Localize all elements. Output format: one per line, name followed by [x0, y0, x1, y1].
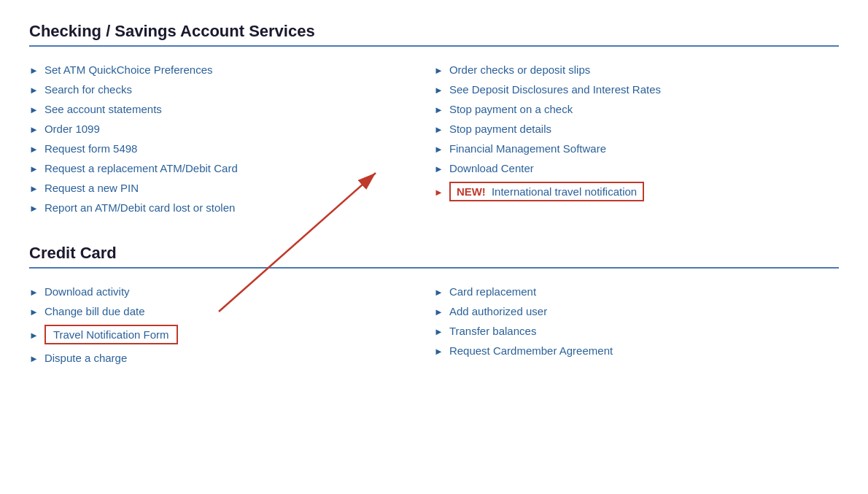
- link-new-pin[interactable]: Request a new PIN: [44, 182, 139, 194]
- bullet-icon: ►: [434, 287, 443, 298]
- travel-notification-highlight-box[interactable]: Travel Notification Form: [44, 325, 178, 344]
- checking-savings-grid: ► Set ATM QuickChoice Preferences ► Sear…: [29, 60, 839, 217]
- sidebar-item-account-statements[interactable]: ► See account statements: [29, 99, 434, 119]
- sidebar-item-report-lost[interactable]: ► Report an ATM/Debit card lost or stole…: [29, 198, 434, 217]
- bullet-icon: ►: [29, 144, 39, 155]
- link-atm-quickchoice[interactable]: Set ATM QuickChoice Preferences: [44, 63, 213, 76]
- link-order-1099[interactable]: Order 1099: [44, 123, 100, 135]
- credit-card-section: Credit Card ► Download activity ► Change…: [29, 244, 839, 368]
- checking-savings-section: Checking / Savings Account Services ► Se…: [29, 22, 839, 217]
- bullet-icon: ►: [29, 124, 39, 135]
- bullet-icon: ►: [29, 203, 39, 214]
- sidebar-item-download-center[interactable]: ► Download Center: [434, 158, 839, 178]
- link-stop-payment[interactable]: Stop payment on a check: [449, 103, 573, 115]
- link-search-checks[interactable]: Search for checks: [44, 83, 132, 96]
- link-deposit-disclosures[interactable]: See Deposit Disclosures and Interest Rat…: [449, 83, 661, 96]
- checking-savings-right-col: ► Order checks or deposit slips ► See De…: [434, 60, 839, 217]
- link-change-bill-due[interactable]: Change bill due date: [44, 305, 145, 317]
- bullet-icon: ►: [29, 104, 39, 115]
- link-report-lost[interactable]: Report an ATM/Debit card lost or stolen: [44, 201, 236, 214]
- link-dispute-charge[interactable]: Dispute a charge: [44, 352, 127, 364]
- bullet-icon: ►: [29, 330, 39, 341]
- link-stop-payment-details[interactable]: Stop payment details: [449, 123, 551, 135]
- checking-savings-title: Checking / Savings Account Services: [29, 22, 839, 47]
- link-replacement-atm[interactable]: Request a replacement ATM/Debit Card: [44, 162, 238, 174]
- sidebar-item-intl-travel[interactable]: ► NEW! International travel notification: [434, 178, 839, 205]
- link-financial-mgmt[interactable]: Financial Management Software: [449, 142, 606, 155]
- sidebar-item-request-form-5498[interactable]: ► Request form 5498: [29, 139, 434, 158]
- sidebar-item-replacement-atm[interactable]: ► Request a replacement ATM/Debit Card: [29, 158, 434, 178]
- bullet-icon: ►: [434, 187, 443, 198]
- bullet-icon: ►: [434, 163, 443, 174]
- credit-card-right-col: ► Card replacement ► Add authorized user…: [434, 282, 839, 368]
- link-transfer-balances[interactable]: Transfer balances: [449, 325, 537, 337]
- bullet-icon: ►: [434, 306, 443, 317]
- link-download-center[interactable]: Download Center: [449, 162, 534, 174]
- credit-card-title: Credit Card: [29, 244, 839, 269]
- credit-card-left-col: ► Download activity ► Change bill due da…: [29, 282, 434, 368]
- bullet-icon: ►: [434, 85, 443, 96]
- bullet-icon: ►: [29, 353, 39, 364]
- sidebar-item-search-checks[interactable]: ► Search for checks: [29, 80, 434, 99]
- sidebar-item-stop-payment[interactable]: ► Stop payment on a check: [434, 99, 839, 119]
- sidebar-item-new-pin[interactable]: ► Request a new PIN: [29, 178, 434, 198]
- bullet-icon: ►: [434, 124, 443, 135]
- bullet-icon: ►: [434, 65, 443, 76]
- new-label: NEW!: [457, 185, 486, 198]
- sidebar-item-travel-notification[interactable]: ► Travel Notification Form: [29, 321, 434, 348]
- sidebar-item-request-cardmember[interactable]: ► Request Cardmember Agreement: [434, 341, 839, 360]
- link-travel-notification[interactable]: Travel Notification Form: [53, 328, 169, 341]
- link-add-authorized-user[interactable]: Add authorized user: [449, 305, 547, 317]
- link-order-checks[interactable]: Order checks or deposit slips: [449, 63, 590, 76]
- link-intl-travel[interactable]: International travel notification: [492, 185, 637, 198]
- intl-travel-highlight-box[interactable]: NEW! International travel notification: [449, 182, 644, 201]
- sidebar-item-download-activity[interactable]: ► Download activity: [29, 282, 434, 301]
- link-request-cardmember[interactable]: Request Cardmember Agreement: [449, 344, 613, 357]
- bullet-icon: ►: [29, 85, 39, 96]
- sidebar-item-financial-mgmt[interactable]: ► Financial Management Software: [434, 139, 839, 158]
- bullet-icon: ►: [29, 183, 39, 194]
- bullet-icon: ►: [434, 104, 443, 115]
- credit-card-grid: ► Download activity ► Change bill due da…: [29, 282, 839, 368]
- bullet-icon: ►: [434, 144, 443, 155]
- sidebar-item-order-1099[interactable]: ► Order 1099: [29, 119, 434, 139]
- link-request-form-5498[interactable]: Request form 5498: [44, 142, 138, 155]
- link-card-replacement[interactable]: Card replacement: [449, 285, 536, 298]
- sidebar-item-atm-quickchoice[interactable]: ► Set ATM QuickChoice Preferences: [29, 60, 434, 80]
- sidebar-item-deposit-disclosures[interactable]: ► See Deposit Disclosures and Interest R…: [434, 80, 839, 99]
- bullet-icon: ►: [29, 287, 39, 298]
- bullet-icon: ►: [434, 346, 443, 357]
- link-account-statements[interactable]: See account statements: [44, 103, 162, 115]
- sidebar-item-card-replacement[interactable]: ► Card replacement: [434, 282, 839, 301]
- bullet-icon: ►: [434, 326, 443, 337]
- bullet-icon: ►: [29, 163, 39, 174]
- sidebar-item-order-checks[interactable]: ► Order checks or deposit slips: [434, 60, 839, 80]
- sidebar-item-transfer-balances[interactable]: ► Transfer balances: [434, 321, 839, 341]
- link-download-activity[interactable]: Download activity: [44, 285, 130, 298]
- sidebar-item-stop-payment-details[interactable]: ► Stop payment details: [434, 119, 839, 139]
- checking-savings-left-col: ► Set ATM QuickChoice Preferences ► Sear…: [29, 60, 434, 217]
- sidebar-item-add-authorized-user[interactable]: ► Add authorized user: [434, 301, 839, 321]
- sidebar-item-change-bill-due[interactable]: ► Change bill due date: [29, 301, 434, 321]
- sidebar-item-dispute-charge[interactable]: ► Dispute a charge: [29, 348, 434, 368]
- bullet-icon: ►: [29, 306, 39, 317]
- bullet-icon: ►: [29, 65, 39, 76]
